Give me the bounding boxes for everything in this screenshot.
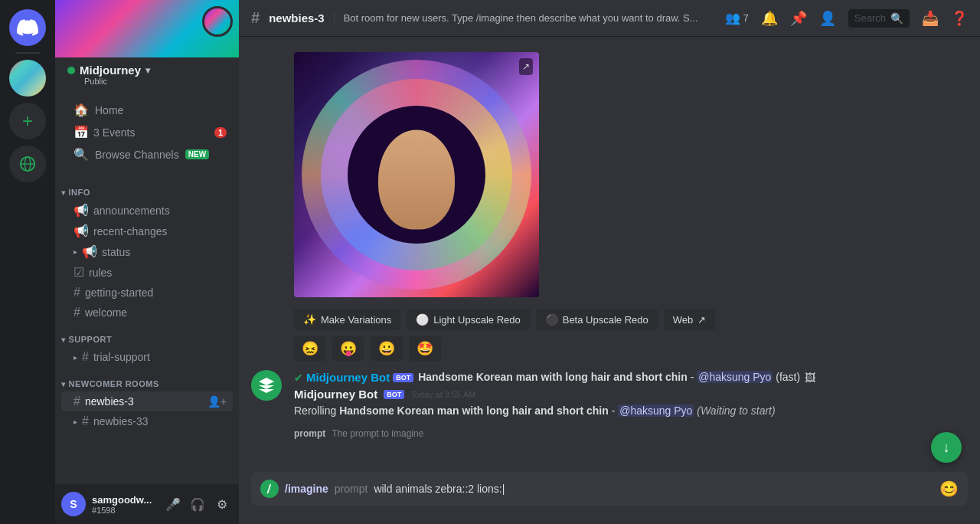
reroll-timestamp: Today at 3:55 AM xyxy=(410,390,475,399)
channel-recent-changes[interactable]: 📢 recent-changes xyxy=(61,221,233,241)
input-area: /imagine prompt wild animals zebra::2 li… xyxy=(239,472,980,524)
beta-upscale-icon: ⚫ xyxy=(545,313,558,326)
announcement-icon-2: 📢 xyxy=(74,224,89,238)
newcomer-section-header[interactable]: ▾ NEWCOMER ROOMS xyxy=(55,367,239,391)
explore-servers-button[interactable] xyxy=(9,146,46,182)
channel-name-label: newbies-3 xyxy=(269,11,325,25)
reroll-bot-name: Midjourney Bot xyxy=(294,388,377,401)
app-sidebar: + xyxy=(0,0,55,524)
member-count: 👥 7 xyxy=(725,11,749,25)
make-variations-button[interactable]: ✨ Make Variations xyxy=(294,309,400,330)
notifications-button[interactable]: 🔔 xyxy=(761,10,778,27)
generated-image: ↗ xyxy=(294,52,539,297)
browse-channels-item[interactable]: 🔍 Browse Channels NEW xyxy=(61,142,233,166)
command-display[interactable]: /imagine prompt wild animals zebra::2 li… xyxy=(285,483,933,495)
header-icons: 👥 7 🔔 📌 👤 Search 🔍 📥 ❓ xyxy=(725,9,968,28)
image-face xyxy=(378,130,455,230)
action-buttons-row: ✨ Make Variations ⚪ Light Upscale Redo ⚫… xyxy=(282,309,980,330)
hash-icon-2: # xyxy=(74,306,80,319)
status-icon: 📢 xyxy=(82,244,97,259)
online-indicator xyxy=(67,67,75,74)
add-server-button[interactable]: + xyxy=(9,103,46,139)
prompt-hint-section: prompt The prompt to imagine xyxy=(239,422,980,440)
channel-newbies-3[interactable]: # newbies-3 👤+ xyxy=(61,391,233,411)
external-link-icon: ↗ xyxy=(697,314,706,326)
deafen-button[interactable]: 🎧 xyxy=(187,493,208,515)
inbox-button[interactable]: 📥 xyxy=(922,10,939,27)
reaction-grin[interactable]: 😀 xyxy=(371,336,403,361)
newbies33-expand-icon: ▸ xyxy=(74,418,77,426)
info-section-header[interactable]: ▾ INFO xyxy=(55,175,239,200)
username-label: samgoodw... xyxy=(92,494,156,506)
beta-upscale-redo-button[interactable]: ⚫ Beta Upscale Redo xyxy=(536,309,658,330)
events-icon: 📅 xyxy=(74,125,89,139)
events-badge: 1 xyxy=(214,127,227,138)
reaction-grimace[interactable]: 😖 xyxy=(294,336,326,361)
user-avatar: S xyxy=(61,492,86,516)
image-open-icon[interactable]: ↗ xyxy=(519,58,533,75)
channel-welcome[interactable]: # welcome xyxy=(61,303,233,323)
channel-topic: Bot room for new users. Type /imagine th… xyxy=(344,12,716,24)
channel-trial-support[interactable]: ▸ # trial-support xyxy=(61,347,233,367)
midjourney-bot-avatar xyxy=(251,370,282,401)
light-upscale-redo-button[interactable]: ⚪ Light Upscale Redo xyxy=(407,309,529,330)
chat-spacer xyxy=(239,440,980,460)
search-bar[interactable]: Search 🔍 xyxy=(848,9,910,28)
channel-newbies-33[interactable]: ▸ # newbies-33 xyxy=(61,411,233,431)
help-button[interactable]: ❓ xyxy=(951,10,968,27)
reroll-message-content: ✔ Midjourney Bot BOT Handsome Korean man… xyxy=(294,370,968,419)
midjourney-server-icon[interactable] xyxy=(9,60,46,97)
scroll-to-bottom-container: ↓ xyxy=(931,432,962,463)
light-upscale-icon: ⚪ xyxy=(416,313,429,326)
verified-check-icon: ✔ xyxy=(294,372,303,384)
slash-command-icon xyxy=(260,480,279,498)
server-name-row[interactable]: Midjourney ▾ Public xyxy=(55,57,239,92)
reaction-star-eyes[interactable]: 🤩 xyxy=(409,336,441,361)
scroll-to-bottom-button[interactable]: ↓ xyxy=(931,432,962,463)
members-icon: 👥 xyxy=(725,11,740,25)
browse-icon: 🔍 xyxy=(74,147,89,162)
reroll-header: Midjourney Bot BOT Today at 3:55 AM xyxy=(294,388,968,401)
web-button[interactable]: Web ↗ xyxy=(664,309,716,330)
image-message-content: ↗ xyxy=(294,52,539,300)
user-panel: S samgoodw... #1598 🎤 🎧 ⚙ xyxy=(55,484,239,524)
header-divider xyxy=(334,11,335,26)
chat-area: ↗ ✨ Make Variations ⚪ Light Upscale Redo… xyxy=(239,37,980,472)
add-member-icon[interactable]: 👤+ xyxy=(207,395,227,408)
section-chevron-icon: ▾ xyxy=(61,188,66,197)
channel-rules[interactable]: ☑ rules xyxy=(61,262,233,283)
main-content: # newbies-3 Bot room for new users. Type… xyxy=(239,0,980,524)
channel-announcements[interactable]: 📢 announcements xyxy=(61,200,233,221)
settings-button[interactable]: ⚙ xyxy=(211,493,233,515)
command-value-text: wild animals zebra::2 lions:| xyxy=(374,483,505,495)
announcement-icon: 📢 xyxy=(74,203,89,218)
newcomer-chevron-icon: ▾ xyxy=(61,380,66,388)
members-button[interactable]: 👤 xyxy=(819,10,836,27)
chevron-down-icon: ▾ xyxy=(145,65,150,76)
bot-avatar-spacer xyxy=(251,52,282,300)
channel-getting-started[interactable]: # getting-started xyxy=(61,283,233,303)
discord-logo[interactable] xyxy=(9,9,46,46)
server-nav: 🏠 Home 📅 3 Events 1 🔍 Browse Channels NE… xyxy=(55,92,239,172)
support-section-header[interactable]: ▾ SUPPORT xyxy=(55,323,239,347)
chat-input-wrapper: /imagine prompt wild animals zebra::2 li… xyxy=(251,472,968,506)
pin-button[interactable]: 📌 xyxy=(790,10,807,27)
user-controls: 🎤 🎧 ⚙ xyxy=(162,493,233,515)
reroll-message-group: ✔ Midjourney Bot BOT Handsome Korean man… xyxy=(239,367,980,422)
mute-button[interactable]: 🎤 xyxy=(162,493,184,515)
reaction-tongue[interactable]: 😛 xyxy=(332,336,364,361)
emoji-picker-button[interactable]: 😊 xyxy=(939,480,959,498)
events-nav-item[interactable]: 📅 3 Events 1 xyxy=(61,122,233,142)
home-nav-item[interactable]: 🏠 Home xyxy=(61,98,233,122)
command-arg-label: prompt xyxy=(335,483,368,495)
server-name: Midjourney ▾ xyxy=(67,64,150,77)
status-expand-icon: ▸ xyxy=(74,247,77,256)
channel-status-parent[interactable]: ▸ 📢 status xyxy=(61,241,233,262)
sidebar-divider xyxy=(15,52,40,54)
prompt-description: The prompt to imagine xyxy=(332,428,423,439)
rules-icon: ☑ xyxy=(74,265,84,280)
server-avatar xyxy=(202,6,233,37)
server-header: Midjourney ▾ Public xyxy=(55,0,239,92)
prompt-header-row: ✔ Midjourney Bot BOT Handsome Korean man… xyxy=(294,370,968,385)
sparkles-icon: ✨ xyxy=(303,313,316,326)
